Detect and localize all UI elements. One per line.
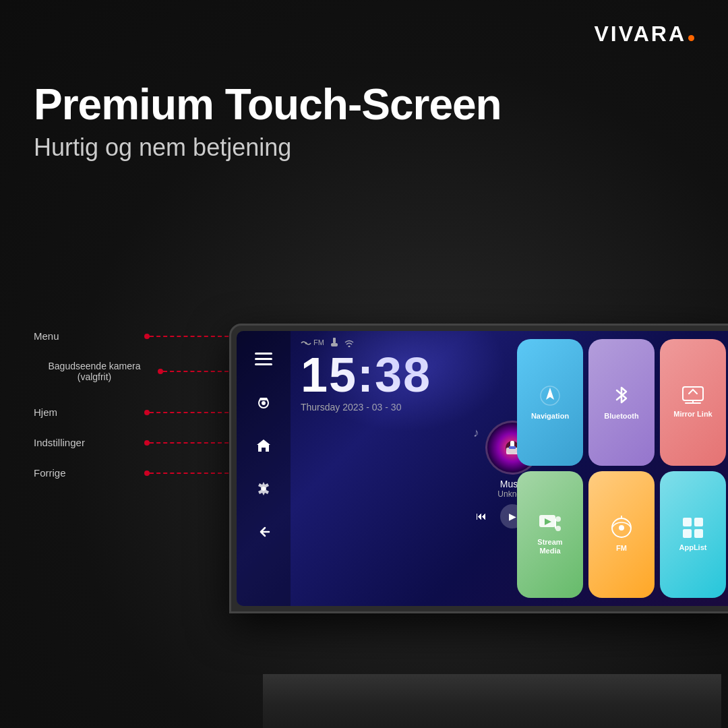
vivara-logo: VIVARA: [594, 22, 694, 47]
dot-home: [144, 410, 150, 415]
app-tile-fm[interactable]: FM: [588, 471, 655, 598]
music-note-left: ♪: [473, 426, 479, 440]
label-menu-text: Menu: [34, 330, 142, 342]
title-section: Premium Touch-Screen Hurtig og nem betje…: [34, 81, 502, 162]
menu-icon[interactable]: [249, 344, 278, 374]
app-tile-navigation[interactable]: Navigation: [517, 339, 583, 466]
bluetooth-icon: [611, 384, 632, 408]
svg-rect-7: [333, 338, 336, 343]
label-back-text: Forrige: [34, 467, 142, 479]
navigation-icon: [538, 384, 562, 408]
back-icon[interactable]: [249, 517, 278, 547]
camera-icon[interactable]: [249, 388, 278, 417]
app-tile-app-list[interactable]: AppList: [660, 471, 726, 598]
usb-status: [330, 338, 339, 347]
dot-settings: [144, 440, 150, 446]
svg-rect-2: [255, 363, 272, 365]
svg-rect-0: [255, 353, 272, 355]
mirror-link-label: Mirror Link: [673, 410, 712, 419]
svg-point-4: [262, 401, 266, 405]
device-frame: FM: [229, 324, 728, 613]
svg-rect-1: [255, 358, 272, 360]
fm-icon: [609, 516, 634, 540]
mirror-link-icon: [681, 386, 704, 406]
svg-point-6: [305, 342, 307, 344]
svg-point-17: [555, 526, 561, 531]
label-home-text: Hjem: [34, 406, 142, 418]
label-camera-text: Bagudseende kamera(valgfrit): [34, 361, 155, 382]
fm-status: FM: [301, 338, 324, 347]
app-tile-mirror-link[interactable]: Mirror Link: [660, 339, 726, 466]
home-icon[interactable]: [249, 431, 278, 460]
screen-sidebar: [237, 331, 291, 606]
logo-text: VIVARA: [594, 22, 686, 47]
svg-rect-23: [683, 529, 692, 538]
svg-point-18: [555, 516, 561, 522]
logo-orange-dot: [688, 35, 694, 41]
stream-media-icon: [538, 514, 562, 534]
bluetooth-label: Bluetooth: [604, 412, 638, 421]
svg-rect-8: [331, 343, 338, 346]
dot-camera: [158, 369, 163, 374]
svg-point-9: [348, 345, 350, 347]
navigation-label: Navigation: [531, 412, 569, 421]
svg-rect-21: [683, 518, 692, 526]
wifi-status: [344, 338, 354, 347]
sub-title: Hurtig og nem betjening: [34, 133, 502, 162]
app-tile-bluetooth[interactable]: Bluetooth: [588, 339, 655, 466]
svg-point-20: [619, 525, 624, 530]
dot-menu: [144, 334, 150, 339]
svg-rect-24: [694, 529, 703, 538]
fm-label: FM: [616, 544, 627, 553]
app-tile-stream-media[interactable]: StreamMedia: [517, 471, 583, 598]
app-grid: Navigation Bluetooth: [512, 331, 728, 606]
app-list-icon: [681, 516, 704, 539]
screen: FM: [237, 331, 728, 606]
stream-media-label: StreamMedia: [537, 538, 562, 555]
main-title: Premium Touch-Screen: [34, 81, 502, 128]
device-container: FM: [229, 324, 728, 674]
settings-icon[interactable]: [249, 474, 278, 504]
rewind-button[interactable]: ⏮: [476, 510, 487, 522]
dot-back: [144, 471, 150, 476]
label-settings-text: Indstillinger: [34, 437, 142, 448]
app-list-label: AppList: [679, 543, 707, 552]
svg-rect-22: [694, 518, 703, 526]
device-stand: [263, 674, 721, 728]
